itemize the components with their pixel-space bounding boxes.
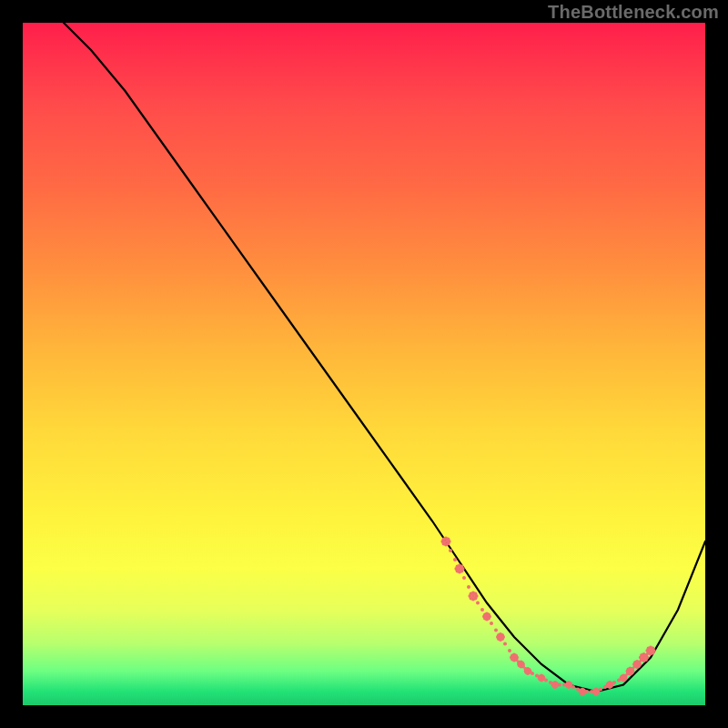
highlight-band <box>440 536 655 695</box>
svg-point-193 <box>640 658 643 662</box>
svg-point-173 <box>627 668 631 672</box>
svg-point-195 <box>640 653 643 657</box>
svg-point-151 <box>606 682 610 685</box>
svg-point-140 <box>592 688 596 692</box>
svg-point-205 <box>651 647 654 651</box>
svg-point-39 <box>483 617 487 621</box>
svg-point-152 <box>612 681 616 684</box>
bottleneck-curve <box>64 23 705 692</box>
svg-point-97 <box>544 679 548 682</box>
svg-point-21 <box>467 585 470 589</box>
svg-point-192 <box>644 658 648 662</box>
svg-point-181 <box>637 664 641 668</box>
svg-point-85 <box>524 668 528 672</box>
svg-point-74 <box>518 661 521 664</box>
svg-point-51 <box>500 633 504 637</box>
svg-point-170 <box>631 672 634 675</box>
watermark-text: TheBottleneck.com <box>548 2 719 23</box>
svg-point-162 <box>620 674 623 678</box>
svg-point-129 <box>579 688 582 692</box>
svg-point-40 <box>487 613 490 617</box>
svg-point-43 <box>494 629 498 632</box>
svg-point-18 <box>460 565 463 569</box>
svg-point-118 <box>565 682 569 685</box>
svg-point-7 <box>446 538 450 541</box>
svg-point-32 <box>480 608 484 612</box>
svg-point-42 <box>490 622 493 625</box>
svg-point-119 <box>571 685 575 689</box>
svg-point-61 <box>511 658 514 662</box>
svg-point-182 <box>633 664 637 668</box>
svg-point-171 <box>627 672 631 675</box>
svg-point-9 <box>449 549 452 552</box>
plot-area <box>23 23 705 705</box>
svg-point-5 <box>446 541 450 545</box>
svg-point-86 <box>531 672 534 675</box>
svg-point-28 <box>470 596 473 600</box>
svg-point-204 <box>647 651 651 654</box>
svg-point-6 <box>442 541 446 545</box>
svg-point-108 <box>558 683 561 687</box>
chart-svg <box>23 23 705 705</box>
svg-point-10 <box>453 558 457 561</box>
svg-point-41 <box>483 613 487 617</box>
svg-point-29 <box>473 592 477 596</box>
svg-point-130 <box>585 690 589 693</box>
svg-point-19 <box>456 565 460 569</box>
svg-point-20 <box>462 576 466 580</box>
svg-point-50 <box>497 637 500 641</box>
svg-point-17 <box>456 569 460 572</box>
svg-point-62 <box>514 654 518 658</box>
svg-point-63 <box>511 654 514 658</box>
svg-point-8 <box>442 538 446 541</box>
svg-point-54 <box>508 649 511 652</box>
svg-point-16 <box>460 569 463 572</box>
svg-point-27 <box>473 596 477 600</box>
svg-point-203 <box>651 651 654 654</box>
svg-point-49 <box>500 637 504 641</box>
svg-point-38 <box>487 617 490 621</box>
svg-point-53 <box>503 642 507 646</box>
svg-point-96 <box>538 674 541 678</box>
svg-point-184 <box>633 661 637 664</box>
svg-point-141 <box>599 688 602 692</box>
svg-point-31 <box>476 602 480 605</box>
svg-point-107 <box>551 682 555 685</box>
svg-point-30 <box>470 592 473 596</box>
svg-point-206 <box>647 647 651 651</box>
chart-frame: TheBottleneck.com <box>0 0 728 728</box>
svg-point-52 <box>497 633 500 637</box>
